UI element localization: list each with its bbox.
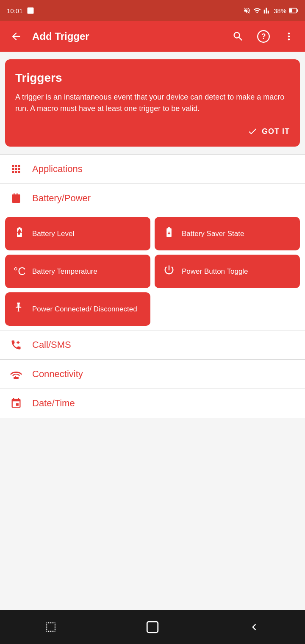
- calendar-icon: [8, 397, 24, 409]
- applications-label: Applications: [32, 164, 83, 175]
- battery-trigger-grid: Battery Level Battery Saver State °C Bat…: [0, 213, 305, 330]
- battery-saver-label: Battery Saver State: [182, 230, 244, 238]
- connectivity-section: Connectivity: [0, 360, 305, 389]
- svg-rect-2: [297, 9, 298, 12]
- status-bar: 10:01 38%: [0, 0, 305, 21]
- info-card-title: Triggers: [15, 71, 290, 85]
- got-it-label: GOT IT: [262, 127, 290, 136]
- connectivity-icon: [8, 368, 24, 380]
- battery-status-icon: [289, 8, 298, 14]
- applications-section: Applications: [0, 154, 305, 184]
- power-connected-label: Power Connected/ Disconnected: [32, 305, 137, 314]
- wifi-icon: [253, 7, 261, 14]
- battery-power-label: Battery/Power: [32, 193, 91, 204]
- call-sms-label: Call/SMS: [32, 339, 71, 350]
- power-icon: [162, 264, 176, 279]
- back-button[interactable]: [7, 27, 25, 46]
- call-sms-category[interactable]: Call/SMS: [0, 330, 305, 359]
- battery-saver-button[interactable]: Battery Saver State: [155, 217, 300, 250]
- battery-temperature-button[interactable]: °C Battery Temperature: [5, 255, 150, 288]
- svg-rect-1: [289, 8, 292, 12]
- battery-power-category[interactable]: Battery/Power: [0, 184, 305, 213]
- connectivity-category[interactable]: Connectivity: [0, 360, 305, 389]
- triggers-info-card: Triggers A trigger is an instantaneous e…: [5, 59, 300, 147]
- page-title: Add Trigger: [32, 31, 222, 42]
- battery-power-section: Battery/Power Battery Level Battery Save…: [0, 184, 305, 330]
- mute-icon: [243, 7, 251, 14]
- grid-icon: [8, 163, 24, 175]
- applications-category[interactable]: Applications: [0, 155, 305, 183]
- connectivity-label: Connectivity: [32, 369, 83, 380]
- battery-percentage: 38%: [274, 7, 286, 14]
- temperature-icon: °C: [13, 264, 26, 279]
- call-sms-section: Call/SMS: [0, 330, 305, 360]
- plug-icon: [8, 192, 24, 204]
- phone-icon: [8, 339, 24, 351]
- power-connected-button[interactable]: Power Connected/ Disconnected: [5, 292, 150, 326]
- battery-level-icon: [13, 226, 26, 241]
- recent-apps-button[interactable]: [38, 614, 64, 640]
- status-bar-right: 38%: [243, 7, 298, 14]
- battery-level-button[interactable]: Battery Level: [5, 217, 150, 250]
- help-button[interactable]: ?: [254, 27, 273, 46]
- home-button[interactable]: [140, 614, 165, 640]
- power-connected-icon: [13, 302, 26, 316]
- back-nav-button[interactable]: [241, 614, 267, 640]
- more-options-button[interactable]: [280, 27, 298, 46]
- signal-icon: [263, 7, 271, 14]
- power-button-toggle-label: Power Button Toggle: [182, 267, 248, 276]
- svg-rect-8: [147, 622, 158, 633]
- svg-rect-7: [15, 376, 16, 377]
- power-button-toggle-button[interactable]: Power Button Toggle: [155, 255, 300, 288]
- status-time: 10:01: [7, 7, 23, 14]
- info-card-body: A trigger is an instantaneous event that…: [15, 92, 290, 114]
- date-time-section: Date/Time: [0, 389, 305, 418]
- svg-rect-6: [14, 377, 19, 379]
- svg-text:?: ?: [261, 32, 266, 41]
- photo-icon: [26, 6, 35, 15]
- app-bar: Add Trigger ?: [0, 21, 305, 52]
- search-button[interactable]: [229, 27, 247, 46]
- navigation-bar: [0, 610, 305, 644]
- date-time-category[interactable]: Date/Time: [0, 389, 305, 418]
- got-it-button[interactable]: GOT IT: [15, 126, 290, 136]
- svg-text:°C: °C: [14, 265, 25, 276]
- battery-temperature-label: Battery Temperature: [32, 267, 97, 276]
- battery-saver-icon: [162, 226, 176, 241]
- battery-level-label: Battery Level: [32, 230, 74, 238]
- checkmark-icon: [247, 126, 258, 136]
- date-time-label: Date/Time: [32, 398, 75, 409]
- status-bar-left: 10:01: [7, 6, 35, 15]
